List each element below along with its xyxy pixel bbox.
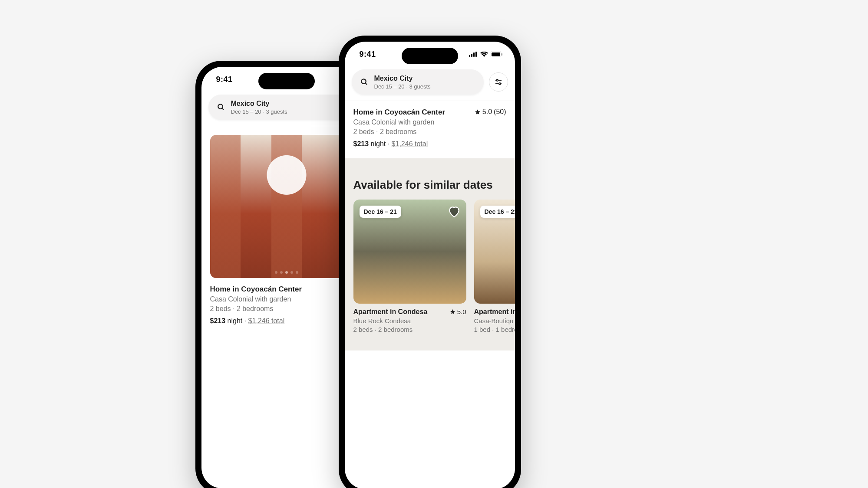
- star-icon: [475, 109, 481, 115]
- card-title: Apartment in: [474, 308, 515, 316]
- card-title: Apartment in Condesa: [353, 308, 466, 316]
- similar-scroll[interactable]: Dec 16 – 21 Apartment in Condesa Blue Ro…: [345, 200, 515, 350]
- card-beds: 1 bed · 1 bedroo: [474, 326, 515, 333]
- status-time: 9:41: [360, 50, 376, 59]
- listing-subtitle: Casa Colonial with garden: [353, 118, 506, 126]
- search-details: Dec 15 – 20 · 3 guests: [231, 108, 287, 115]
- heart-icon[interactable]: [447, 205, 461, 219]
- listing-rating: 5.0 (50): [475, 108, 506, 116]
- listing-beds: 2 beds · 2 bedrooms: [353, 128, 506, 136]
- svg-rect-7: [471, 54, 472, 57]
- star-icon: [450, 309, 455, 314]
- search-location: Mexico City: [374, 75, 431, 82]
- search-bar: Mexico City Dec 15 – 20 · 3 guests: [345, 67, 515, 101]
- similar-card[interactable]: Dec 16 – 21 Apartment in Casa-Boutiqu 1 …: [474, 200, 515, 333]
- dynamic-island: [258, 73, 315, 89]
- filters-button[interactable]: [489, 72, 508, 92]
- card-beds: 2 beds · 2 bedrooms: [353, 326, 466, 333]
- wifi-icon: [480, 52, 488, 57]
- card-subtitle: Casa-Boutiqu: [474, 317, 515, 324]
- card-photo[interactable]: Dec 16 – 21: [353, 200, 466, 304]
- svg-point-13: [361, 79, 366, 84]
- svg-point-4: [218, 104, 223, 109]
- status-time: 9:41: [216, 75, 233, 84]
- dynamic-island: [402, 48, 458, 64]
- search-icon: [360, 78, 368, 86]
- search-details: Dec 15 – 20 · 3 guests: [374, 83, 431, 90]
- svg-line-5: [222, 108, 224, 110]
- search-location: Mexico City: [231, 100, 287, 108]
- search-pill[interactable]: Mexico City Dec 15 – 20 · 3 guests: [352, 69, 484, 95]
- listing-info[interactable]: Home in Coyoacán Center Casa Colonial wi…: [345, 101, 515, 158]
- card-subtitle: Blue Rock Condesa: [353, 317, 466, 324]
- card-date-badge: Dec 16 – 21: [480, 206, 515, 218]
- listing-total-link[interactable]: $1,246 total: [248, 317, 285, 324]
- listing-price: $213 night · $1,246 total: [353, 140, 506, 148]
- svg-rect-11: [492, 52, 500, 56]
- card-date-badge: Dec 16 – 21: [360, 206, 401, 218]
- phone-right: 9:41 Mexico City Dec 15 – 20 · 3 guests: [339, 36, 521, 488]
- cellular-icon: [469, 52, 478, 57]
- similar-card[interactable]: Dec 16 – 21 Apartment in Condesa Blue Ro…: [353, 200, 466, 333]
- svg-rect-12: [502, 53, 502, 56]
- sliders-icon: [495, 78, 502, 86]
- svg-rect-8: [473, 52, 475, 57]
- svg-line-14: [365, 83, 367, 85]
- svg-point-18: [499, 83, 501, 85]
- svg-point-16: [496, 79, 498, 81]
- card-rating: 5.0: [450, 308, 466, 315]
- search-icon: [217, 103, 225, 111]
- battery-icon: [491, 52, 503, 57]
- photo-pagination-dots: [275, 271, 298, 274]
- similar-section-title: Available for similar dates: [345, 166, 515, 200]
- listing-total-link[interactable]: $1,246 total: [392, 140, 428, 147]
- svg-rect-9: [475, 52, 477, 57]
- svg-rect-6: [469, 55, 470, 57]
- card-photo[interactable]: Dec 16 – 21: [474, 200, 515, 304]
